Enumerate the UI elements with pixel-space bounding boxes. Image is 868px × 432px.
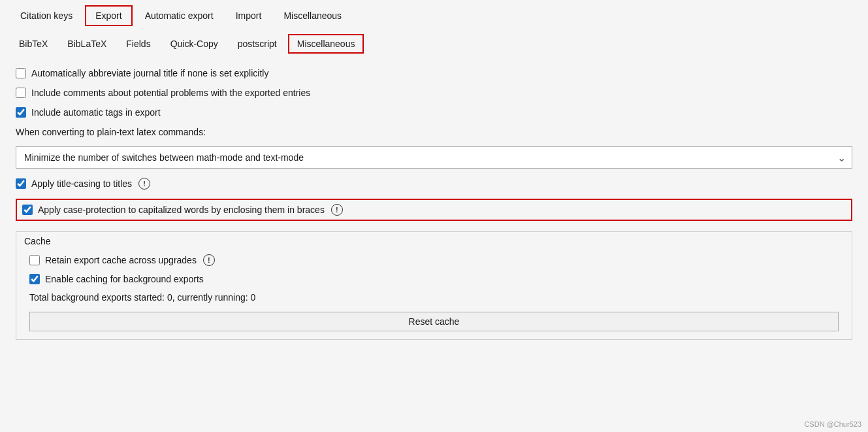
include-comments-label[interactable]: Include comments about potential problem…	[31, 88, 310, 98]
sub-tabs: BibTeX BibLaTeX Fields Quick-Copy postsc…	[0, 29, 868, 54]
content-area: Automatically abbreviate journal title i…	[0, 54, 868, 432]
subtab-biblatex[interactable]: BibLaTeX	[59, 35, 115, 53]
checkbox-title-casing: Apply title-casing to titles !	[16, 176, 852, 191]
enable-caching-checkbox[interactable]	[29, 274, 40, 284]
checkbox-enable-caching: Enable caching for background exports	[29, 273, 839, 286]
abbreviate-journal-label[interactable]: Automatically abbreviate journal title i…	[31, 68, 268, 78]
include-comments-checkbox[interactable]	[16, 88, 26, 98]
subtab-miscellaneous[interactable]: Miscellaneous	[288, 34, 364, 54]
reset-cache-button[interactable]: Reset cache	[29, 312, 839, 331]
cache-content: Retain export cache across upgrades ! En…	[16, 250, 852, 339]
latex-command-dropdown[interactable]: Minimize the number of switches between …	[16, 146, 852, 169]
checkbox-abbreviate-journal: Automatically abbreviate journal title i…	[16, 67, 852, 80]
tab-miscellaneous-top[interactable]: Miscellaneous	[274, 6, 351, 25]
cache-section: Cache Retain export cache across upgrade…	[16, 231, 852, 340]
tab-import[interactable]: Import	[226, 6, 272, 25]
highlighted-case-protection-row: Apply case-protection to capitalized wor…	[16, 199, 852, 221]
cache-status-text: Total background exports started: 0, cur…	[29, 291, 839, 304]
title-casing-label[interactable]: Apply title-casing to titles !	[31, 178, 150, 190]
title-casing-info-icon: !	[138, 178, 150, 190]
case-protection-info-icon: !	[331, 204, 343, 216]
top-tabs: Citation keys Export Automatic export Im…	[0, 0, 868, 26]
checkbox-include-tags: Include automatic tags in export	[16, 106, 852, 119]
subtab-quick-copy[interactable]: Quick-Copy	[162, 35, 227, 53]
subtab-bibtex[interactable]: BibTeX	[10, 35, 56, 53]
watermark: CSDN @Chur523	[804, 420, 861, 428]
checkbox-retain-cache: Retain export cache across upgrades !	[29, 253, 839, 267]
checkbox-include-comments: Include comments about potential problem…	[16, 86, 852, 99]
plain-text-label: When converting to plain-text latex comm…	[16, 125, 852, 139]
retain-cache-info-icon: !	[203, 254, 215, 266]
title-casing-checkbox[interactable]	[16, 178, 26, 189]
include-tags-checkbox[interactable]	[16, 107, 26, 118]
abbreviate-journal-checkbox[interactable]	[16, 68, 26, 78]
tab-citation-keys[interactable]: Citation keys	[10, 6, 82, 25]
subtab-fields[interactable]: Fields	[118, 35, 159, 53]
tab-automatic-export[interactable]: Automatic export	[135, 6, 223, 25]
retain-cache-label[interactable]: Retain export cache across upgrades !	[45, 254, 215, 266]
main-container: Citation keys Export Automatic export Im…	[0, 0, 868, 432]
case-protection-label[interactable]: Apply case-protection to capitalized wor…	[38, 204, 343, 216]
dropdown-container: Minimize the number of switches between …	[16, 146, 852, 169]
retain-cache-checkbox[interactable]	[29, 255, 40, 265]
case-protection-checkbox[interactable]	[22, 205, 33, 215]
include-tags-label[interactable]: Include automatic tags in export	[31, 107, 161, 118]
cache-section-title: Cache	[16, 232, 852, 250]
tab-export[interactable]: Export	[85, 5, 132, 26]
enable-caching-label[interactable]: Enable caching for background exports	[45, 274, 204, 284]
subtab-postscript[interactable]: postscript	[229, 35, 285, 53]
